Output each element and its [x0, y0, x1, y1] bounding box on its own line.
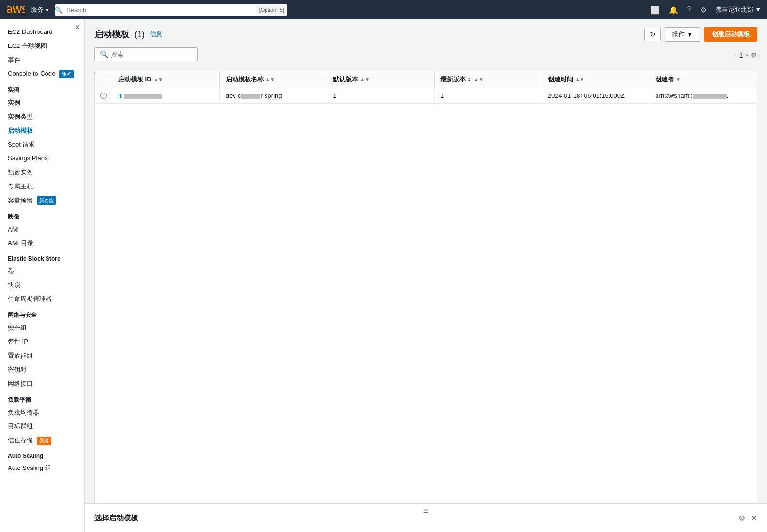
panel-title: 选择启动模板 [94, 514, 138, 523]
panel-close-button[interactable]: ✕ [751, 514, 757, 523]
row-radio-button[interactable] [100, 93, 107, 99]
td-default-version: 1 [327, 88, 435, 103]
sidebar-item-ami[interactable]: AMI [0, 223, 84, 237]
sidebar-section-network: 网络与安全 [0, 306, 84, 321]
search-icon: 🔍 [55, 6, 63, 14]
column-settings-icon[interactable]: ⚙ [751, 51, 757, 59]
next-page-button[interactable]: › [746, 51, 748, 59]
sort-icon-creator: ▼ [676, 77, 681, 82]
sidebar-item-placement-groups[interactable]: 置放群组 [0, 349, 84, 363]
actions-button[interactable]: 操作 ▼ [665, 27, 700, 42]
bottom-panel: ≡ 选择启动模板 ⚙ ✕ [85, 503, 767, 532]
sort-icon-template-id: ▲▼ [154, 77, 163, 82]
new-feature-badge: 新功能 [37, 196, 56, 205]
redacted-id [124, 94, 162, 99]
aws-logo[interactable] [6, 4, 25, 16]
td-select[interactable] [95, 89, 112, 103]
sidebar-item-events[interactable]: 事件 [0, 53, 84, 67]
sort-icon-latest-version: ▲▼ [474, 77, 484, 82]
sidebar: ✕ EC2 Dashboard EC2 全球视图 事件 Console-to-C… [0, 19, 85, 532]
sidebar-section-lb: 负载平衡 [0, 391, 84, 406]
cloud-icon[interactable]: ⬜ [650, 5, 660, 15]
td-creator: arn:aws:iam::. [649, 88, 757, 103]
main-content: 启动模板 (1) 信息 ↻ 操作 ▼ 创建启动模板 🔍 ‹ 1 › [85, 19, 767, 532]
prev-page-button[interactable]: ‹ [734, 51, 736, 59]
sidebar-section-autoscaling: Auto Scaling [0, 448, 84, 461]
sidebar-item-dedicated-hosts[interactable]: 专属主机 [0, 180, 84, 194]
settings-icon[interactable]: ⚙ [700, 5, 707, 15]
data-table: 启动模板 ID ▲▼ 启动模板名称 ▲▼ 默认版本 ▲▼ 最新版本： ▲▼ 创建… [94, 71, 757, 524]
sort-icon-template-name: ▲▼ [266, 77, 275, 82]
sidebar-item-ec2-dashboard[interactable]: EC2 Dashboard [0, 25, 84, 39]
region-button[interactable]: 弗吉尼亚北部 ▼ [716, 5, 762, 14]
th-template-name[interactable]: 启动模板名称 ▲▼ [220, 71, 328, 88]
sidebar-item-capacity-reservations[interactable]: 容量预留 新功能 [0, 194, 84, 208]
drag-handle-icon[interactable]: ≡ [423, 506, 429, 516]
help-icon[interactable]: ? [687, 5, 691, 14]
sidebar-item-ami-catalog[interactable]: AMI 目录 [0, 236, 84, 250]
td-template-id[interactable]: lt- [112, 88, 220, 103]
info-link[interactable]: 信息 [150, 30, 162, 39]
refresh-button[interactable]: ↻ [644, 28, 661, 41]
redacted-name [241, 94, 260, 99]
sidebar-close-button[interactable]: ✕ [75, 23, 80, 31]
search-shortcut: [Option+S] [256, 5, 287, 14]
sidebar-item-ec2-global-view[interactable]: EC2 全球视图 [0, 39, 84, 53]
nav-right: ⬜ 🔔 ? ⚙ 弗吉尼亚北部 ▼ [650, 5, 761, 15]
sidebar-item-target-groups[interactable]: 目标群组 [0, 420, 84, 434]
sidebar-item-volumes[interactable]: 卷 [0, 264, 84, 278]
sidebar-item-snapshots[interactable]: 快照 [0, 278, 84, 292]
th-select [95, 76, 112, 83]
sidebar-section-images: 映像 [0, 208, 84, 223]
sidebar-item-savings-plans[interactable]: Savings Plans [0, 152, 84, 166]
sidebar-item-instance-types[interactable]: 实例类型 [0, 110, 84, 124]
page-count: (1) [134, 30, 145, 40]
panel-settings-icon[interactable]: ⚙ [738, 514, 745, 523]
sidebar-section-instances: 实例 [0, 81, 84, 96]
sidebar-item-lifecycle-manager[interactable]: 生命周期管理器 [0, 292, 84, 306]
td-template-name: dev-cr-spring [220, 88, 328, 103]
search-pagination-row: 🔍 ‹ 1 › ⚙ [94, 47, 757, 67]
page-number: 1 [739, 52, 743, 59]
sidebar-item-load-balancers[interactable]: 负载均衡器 [0, 406, 84, 420]
search-icon: 🔍 [100, 50, 108, 58]
sidebar-item-reserved-instances[interactable]: 预留实例 [0, 166, 84, 180]
bell-icon[interactable]: 🔔 [669, 5, 678, 15]
table-header: 启动模板 ID ▲▼ 启动模板名称 ▲▼ 默认版本 ▲▼ 最新版本： ▲▼ 创建… [95, 71, 757, 88]
sidebar-section-ebs: Elastic Block Store [0, 250, 84, 264]
th-created-time[interactable]: 创建时间 ▲▼ [542, 71, 650, 88]
sidebar-item-trust-store[interactable]: 信任存储 新建 [0, 434, 84, 448]
sort-icon-default-version: ▲▼ [360, 77, 370, 82]
sidebar-item-spot-requests[interactable]: Spot 请求 [0, 138, 84, 152]
pagination: ‹ 1 › ⚙ [734, 51, 757, 59]
global-search-input[interactable] [63, 4, 256, 16]
sidebar-item-key-pairs[interactable]: 密钥对 [0, 363, 84, 377]
services-button[interactable]: 服务 ▾ [31, 5, 49, 14]
preview-badge: 预览 [59, 70, 74, 78]
new-badge: 新建 [37, 437, 51, 445]
sidebar-item-console-to-code[interactable]: Console-to-Code 预览 [0, 67, 84, 81]
sidebar-item-elastic-ips[interactable]: 弹性 IP [0, 335, 84, 349]
th-default-version[interactable]: 默认版本 ▲▼ [327, 71, 435, 88]
sidebar-item-security-groups[interactable]: 安全组 [0, 321, 84, 335]
sidebar-item-network-interfaces[interactable]: 网络接口 [0, 377, 84, 391]
create-launch-template-button[interactable]: 创建启动模板 [704, 27, 757, 42]
table-search-bar[interactable]: 🔍 [94, 47, 198, 61]
sort-icon-created-time: ▲▼ [575, 77, 585, 82]
top-navigation: 服务 ▾ 🔍 [Option+S] ⬜ 🔔 ? ⚙ 弗吉尼亚北部 ▼ [0, 0, 767, 19]
th-creator[interactable]: 创建者 ▼ [649, 71, 757, 88]
sidebar-item-instances[interactable]: 实例 [0, 96, 84, 110]
redacted-creator [693, 94, 727, 99]
table-search-input[interactable] [111, 51, 192, 58]
global-search-bar[interactable]: 🔍 [Option+S] [55, 4, 287, 16]
page-title: 启动模板 [94, 29, 129, 40]
main-layout: ✕ EC2 Dashboard EC2 全球视图 事件 Console-to-C… [0, 19, 767, 532]
td-created-time: 2024-01-18T06:01:16.000Z [542, 88, 650, 103]
th-template-id[interactable]: 启动模板 ID ▲▼ [112, 71, 220, 88]
td-latest-version: 1 [435, 88, 542, 103]
th-latest-version[interactable]: 最新版本： ▲▼ [435, 71, 542, 88]
header-actions: ↻ 操作 ▼ 创建启动模板 [644, 27, 757, 42]
sidebar-item-autoscaling-groups[interactable]: Auto Scaling 组 [0, 461, 84, 475]
sidebar-item-launch-templates[interactable]: 启动模板 [0, 124, 84, 138]
page-header: 启动模板 (1) 信息 ↻ 操作 ▼ 创建启动模板 [94, 27, 757, 42]
